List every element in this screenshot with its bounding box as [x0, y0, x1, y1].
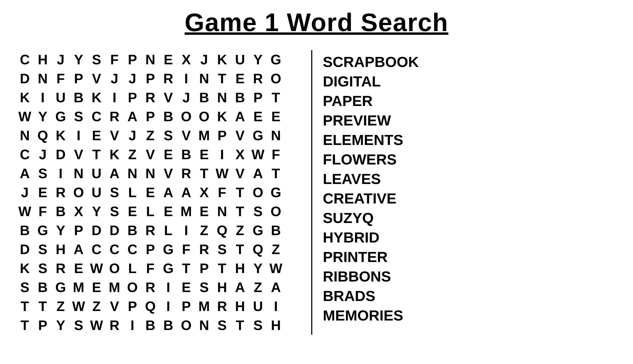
- grid-cell-8-0: W: [16, 202, 34, 221]
- grid-cell-9-4: D: [88, 221, 106, 240]
- grid-cell-0-13: Y: [249, 50, 267, 69]
- grid-cell-12-14: A: [267, 278, 285, 297]
- grid-cell-5-7: V: [141, 145, 159, 164]
- grid-cell-11-7: F: [141, 259, 159, 278]
- grid-cell-12-1: B: [34, 278, 52, 297]
- word-item-0: SCRAPBOOK: [323, 53, 419, 71]
- grid-cell-14-2: Y: [52, 316, 70, 335]
- grid-row-3: WYGSCRAPBOOKAEE: [16, 107, 285, 126]
- grid-cell-6-5: A: [106, 164, 123, 183]
- grid-cell-9-9: I: [177, 221, 195, 240]
- grid-cell-4-10: M: [195, 126, 213, 145]
- grid-cell-5-8: E: [159, 145, 177, 164]
- grid-cell-0-10: J: [195, 50, 213, 69]
- grid-cell-8-12: T: [231, 202, 249, 221]
- grid-cell-4-3: I: [70, 126, 88, 145]
- grid-cell-11-1: S: [34, 259, 52, 278]
- grid-cell-10-4: C: [88, 240, 106, 259]
- grid-row-13: TTZWZVPQIPMRHUI: [16, 297, 285, 316]
- grid-cell-8-13: S: [249, 202, 267, 221]
- grid-cell-2-0: K: [16, 88, 34, 107]
- grid-cell-7-4: U: [88, 183, 106, 202]
- grid-cell-12-5: M: [106, 278, 123, 297]
- grid-cell-8-5: S: [106, 202, 123, 221]
- grid-cell-6-8: V: [159, 164, 177, 183]
- grid-cell-4-11: P: [213, 126, 231, 145]
- vertical-divider: [311, 50, 312, 335]
- grid-row-2: KIUBKIPRVJBNBPT: [16, 88, 285, 107]
- grid-cell-5-5: K: [106, 145, 123, 164]
- grid-cell-1-5: J: [106, 69, 123, 88]
- grid-cell-2-2: U: [52, 88, 70, 107]
- grid-cell-1-11: T: [213, 69, 231, 88]
- grid-cell-4-9: V: [177, 126, 195, 145]
- grid-cell-1-6: J: [123, 69, 141, 88]
- grid-cell-11-3: E: [70, 259, 88, 278]
- grid-cell-10-0: D: [16, 240, 34, 259]
- grid-cell-13-10: M: [195, 297, 213, 316]
- grid-cell-4-8: S: [159, 126, 177, 145]
- grid-cell-1-14: O: [267, 69, 285, 88]
- grid-cell-12-10: S: [195, 278, 213, 297]
- grid-cell-1-8: R: [159, 69, 177, 88]
- grid-cell-3-9: O: [177, 107, 195, 126]
- grid-cell-13-14: I: [267, 297, 285, 316]
- grid-cell-7-6: L: [123, 183, 141, 202]
- grid-cell-6-4: U: [88, 164, 106, 183]
- grid-cell-12-9: E: [177, 278, 195, 297]
- grid-cell-11-4: W: [88, 259, 106, 278]
- grid-cell-3-8: B: [159, 107, 177, 126]
- grid-row-14: TPYSWRIBBONSTSH: [16, 316, 285, 335]
- grid-cell-14-8: B: [159, 316, 177, 335]
- grid-cell-4-6: J: [123, 126, 141, 145]
- grid-cell-9-7: R: [141, 221, 159, 240]
- grid-cell-1-0: D: [16, 69, 34, 88]
- grid-cell-8-14: O: [267, 202, 285, 221]
- grid-cell-8-10: E: [195, 202, 213, 221]
- grid-cell-4-14: N: [267, 126, 285, 145]
- grid-cell-4-1: Q: [34, 126, 52, 145]
- grid-cell-14-7: B: [141, 316, 159, 335]
- grid-row-1: DNFPVJJPRINTERO: [16, 69, 285, 88]
- grid-cell-9-13: G: [249, 221, 267, 240]
- word-item-6: LEAVES: [323, 170, 419, 188]
- word-item-8: SUZYQ: [323, 209, 419, 227]
- grid-cell-0-8: E: [159, 50, 177, 69]
- grid-cell-2-5: I: [106, 88, 123, 107]
- grid-cell-8-9: M: [177, 202, 195, 221]
- grid-cell-7-2: R: [52, 183, 70, 202]
- grid-cell-14-14: H: [267, 316, 285, 335]
- grid-cell-11-12: H: [231, 259, 249, 278]
- grid-cell-10-8: G: [159, 240, 177, 259]
- grid-cell-7-9: A: [177, 183, 195, 202]
- grid-cell-3-5: R: [106, 107, 123, 126]
- word-item-10: PRINTER: [323, 248, 419, 266]
- grid-cell-8-11: N: [213, 202, 231, 221]
- grid-cell-6-12: V: [231, 164, 249, 183]
- grid-cell-10-12: T: [231, 240, 249, 259]
- grid-cell-1-7: P: [141, 69, 159, 88]
- grid-row-0: CHJYSFPNEXJKUYG: [16, 50, 285, 69]
- grid-cell-4-2: K: [52, 126, 70, 145]
- grid-cell-5-3: V: [70, 145, 88, 164]
- grid-cell-10-9: F: [177, 240, 195, 259]
- grid-cell-0-4: S: [88, 50, 106, 69]
- grid-cell-3-2: G: [52, 107, 70, 126]
- grid-cell-10-13: Q: [249, 240, 267, 259]
- grid-cell-8-8: E: [159, 202, 177, 221]
- grid-cell-4-12: V: [231, 126, 249, 145]
- grid-cell-14-13: S: [249, 316, 267, 335]
- grid-cell-4-7: Z: [141, 126, 159, 145]
- grid-cell-5-10: E: [195, 145, 213, 164]
- grid-row-9: BGYPDDBRLIZQZGB: [16, 221, 285, 240]
- grid-cell-7-3: O: [70, 183, 88, 202]
- grid-cell-7-11: F: [213, 183, 231, 202]
- grid-cell-4-4: E: [88, 126, 106, 145]
- main-content: CHJYSFPNEXJKUYGDNFPVJJPRINTEROKIUBKIPRVJ…: [16, 50, 617, 335]
- grid-cell-7-14: G: [267, 183, 285, 202]
- grid-cell-11-6: L: [123, 259, 141, 278]
- grid-cell-1-1: N: [34, 69, 52, 88]
- grid-cell-5-11: I: [213, 145, 231, 164]
- grid-cell-5-12: X: [231, 145, 249, 164]
- word-item-12: BRADS: [323, 287, 419, 305]
